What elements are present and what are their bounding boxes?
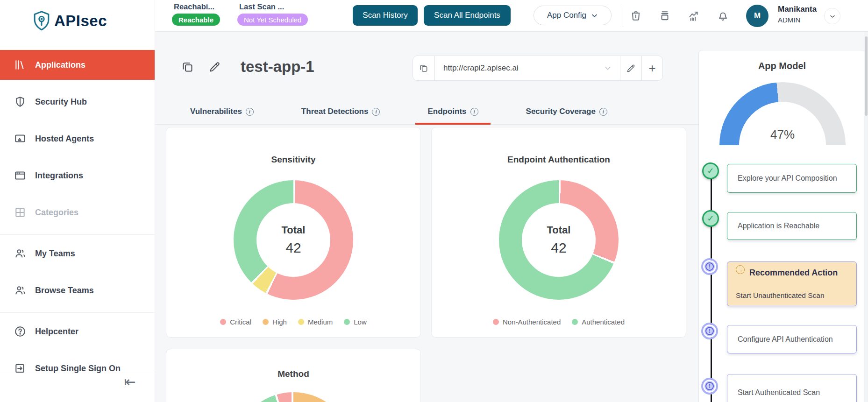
app-model-title: App Model (699, 61, 865, 71)
chart-title: Endpoint Authentication (507, 155, 610, 165)
user-menu-chevron-button[interactable] (824, 8, 840, 24)
step-recommended-action[interactable]: → Recommended Action Start Unauthenticat… (727, 261, 857, 306)
sidebar-item-label: My Teams (35, 249, 75, 259)
recommended-action-subtitle: Start Unauthenticated Scan (736, 291, 825, 300)
info-icon[interactable]: i (599, 108, 607, 116)
legend-dot (263, 319, 269, 325)
info-icon[interactable]: i (372, 108, 380, 116)
timeline-line (711, 171, 712, 402)
app-title-row: test-app-1 (181, 54, 314, 80)
copy-url-button[interactable] (413, 56, 435, 81)
sidebar-item-categories[interactable]: Categories (0, 197, 155, 227)
chevron-down-icon (591, 12, 598, 19)
step-explore-api-composition[interactable]: Explore your API Composition (727, 164, 857, 193)
sensitivity-donut-chart: Total 42 (234, 180, 353, 300)
trash-icon[interactable] (630, 10, 642, 22)
help-icon (14, 325, 26, 338)
chevron-down-icon (604, 64, 612, 72)
sidebar-item-my-teams[interactable]: My Teams (0, 239, 155, 268)
step-configure-api-authentication[interactable]: Configure API Authentication (727, 325, 857, 353)
app-url-group: http://crapi2.apisec.ai + (413, 56, 663, 81)
legend-label: Low (354, 318, 367, 326)
legend-dot (572, 319, 578, 325)
add-url-button[interactable]: + (641, 56, 663, 81)
analytics-icon[interactable] (688, 10, 700, 22)
app-config-dropdown[interactable]: App Config (534, 6, 612, 25)
legend-label: Non-Authenticated (503, 318, 561, 326)
sidebar-divider (0, 370, 155, 370)
scan-history-button[interactable]: Scan History (353, 5, 418, 26)
info-icon[interactable]: i (470, 108, 478, 116)
edit-pencil-icon[interactable] (208, 61, 221, 73)
sidebar-item-hosted-agents[interactable]: Hosted Agents (0, 124, 155, 154)
chart-legend: Non-Authenticated Authenticated (493, 318, 625, 326)
legend-dot (298, 319, 304, 325)
sidebar-item-label: Integrations (35, 171, 83, 181)
tab-label: Vulnerabilites (190, 107, 242, 116)
sidebar-item-label: Categories (35, 208, 78, 218)
page-title: test-app-1 (241, 58, 314, 76)
legend-label: Critical (230, 318, 251, 326)
step-start-authenticated-scan[interactable]: Start Authenticated Scan (727, 374, 857, 402)
legend-item: Authenticated (572, 318, 625, 326)
archive-icon[interactable] (659, 10, 671, 22)
chart-legend: Critical High Medium Low (220, 318, 367, 326)
step-label: Explore your API Composition (738, 174, 837, 183)
sidebar-nav: Applications Security Hub Hosted Agents … (0, 50, 155, 390)
avatar[interactable]: M (746, 5, 768, 27)
sidebar-item-security-hub[interactable]: Security Hub (0, 87, 155, 117)
step-application-reachable[interactable]: Application is Reachable (727, 212, 857, 240)
app-model-gauge: 47% (719, 82, 846, 148)
gauge-value: 47% (719, 127, 846, 142)
user-info: Manikanta ADMIN (778, 5, 817, 24)
tab-threat-detections[interactable]: Threat Detections i (289, 99, 392, 124)
exclamation-circle-icon: ! (703, 380, 716, 393)
copy-icon (419, 63, 428, 73)
sidebar-item-browse-teams[interactable]: Browse Teams (0, 275, 155, 305)
scrollbar-thumb[interactable] (865, 36, 868, 116)
sidebar-item-label: Hosted Agents (35, 134, 94, 144)
grid-icon (14, 206, 26, 219)
people-icon (14, 284, 26, 296)
app-config-label: App Config (547, 11, 586, 20)
info-icon[interactable]: i (246, 108, 254, 116)
recommended-action-title: Recommended Action (749, 268, 838, 278)
tab-security-coverage[interactable]: Security Coverage i (514, 99, 619, 124)
legend-dot (493, 319, 499, 325)
tab-label: Threat Detections (301, 107, 369, 116)
top-header: Reachabi... Reachable Last Scan ... Not … (155, 0, 868, 32)
chevron-down-icon (829, 13, 836, 20)
tab-endpoints[interactable]: Endpoints i (415, 99, 490, 124)
exclamation-glyph: ! (705, 382, 714, 390)
legend-item: Non-Authenticated (493, 318, 561, 326)
app-url-select[interactable]: http://crapi2.apisec.ai (434, 56, 620, 81)
legend-dot (220, 319, 226, 325)
chart-title: Sensitivity (271, 155, 315, 165)
collapse-sidebar-icon[interactable]: ⇤ (121, 374, 139, 390)
bell-icon[interactable] (717, 10, 729, 22)
tab-vulnerabilites[interactable]: Vulnerabilites i (178, 99, 266, 124)
sidebar-item-helpcenter[interactable]: Helpcenter (0, 317, 155, 346)
app-url-value: http://crapi2.apisec.ai (443, 63, 519, 73)
page-scrollbar[interactable] (864, 32, 868, 402)
exclamation-glyph: ! (705, 327, 714, 335)
legend-label: High (272, 318, 287, 326)
endpoint-auth-donut-chart: Total 42 (499, 180, 619, 300)
edit-url-button[interactable] (620, 56, 642, 81)
donut-center-label: Total (282, 224, 306, 236)
sidebar-item-integrations[interactable]: Integrations (0, 161, 155, 190)
sidebar-item-applications[interactable]: Applications (0, 50, 155, 80)
tab-label: Endpoints (427, 107, 466, 116)
last-scan-status-badge: Not Yet Scheduled (237, 14, 308, 26)
legend-item: Low (344, 318, 367, 326)
legend-item: Critical (220, 318, 251, 326)
copy-icon[interactable] (181, 61, 194, 73)
legend-label: Authenticated (582, 318, 625, 326)
donut-center-label: Total (547, 224, 571, 236)
check-circle-icon: ✓ (702, 210, 719, 227)
scan-all-endpoints-button[interactable]: Scan All Endpoints (424, 5, 511, 26)
tab-bar: Vulnerabilites i Threat Detections i End… (155, 99, 698, 125)
header-divider (623, 4, 623, 27)
library-icon (14, 59, 26, 71)
user-role: ADMIN (778, 16, 817, 24)
